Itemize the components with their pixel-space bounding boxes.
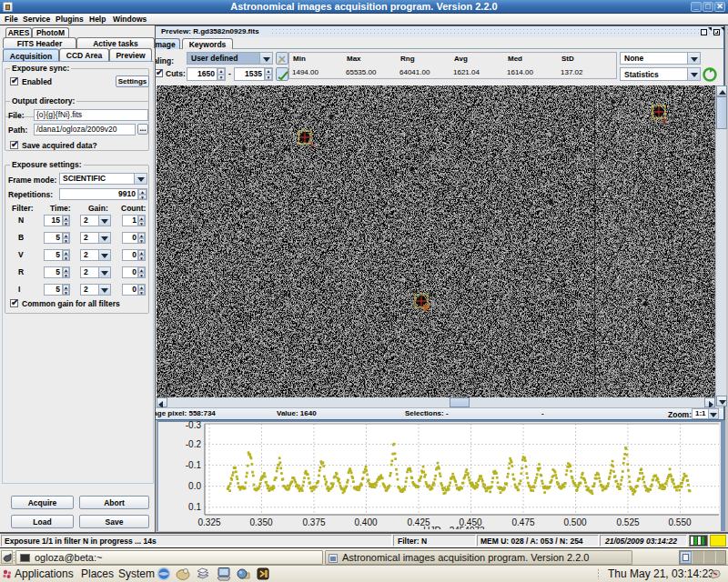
svg-text:0.525: 0.525	[616, 517, 639, 527]
svg-text:0.350: 0.350	[249, 517, 272, 527]
svg-text:-0.3: -0.3	[186, 420, 202, 430]
svg-text:-0.1: -0.1	[186, 460, 202, 470]
svg-text:HJD - 2454973: HJD - 2454973	[423, 526, 485, 529]
svg-text:2: 2	[662, 117, 667, 125]
svg-text:0.325: 0.325	[197, 517, 220, 527]
svg-text:0.1: 0.1	[188, 502, 201, 512]
svg-text:0.500: 0.500	[563, 517, 586, 527]
svg-text:0.400: 0.400	[354, 517, 377, 527]
svg-text:0.550: 0.550	[668, 517, 691, 527]
svg-text:1: 1	[309, 140, 314, 148]
svg-text:0.375: 0.375	[302, 517, 325, 527]
svg-text:0.475: 0.475	[511, 517, 534, 527]
svg-text:0.0: 0.0	[188, 481, 201, 491]
svg-text:-0.2: -0.2	[186, 439, 202, 449]
